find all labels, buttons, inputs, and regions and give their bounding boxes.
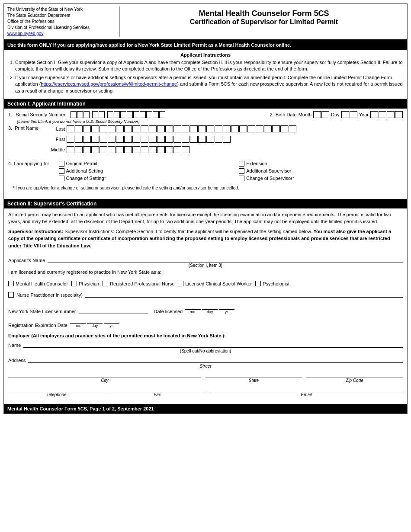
ssn-section: 1. Social Security Number (8, 111, 261, 124)
year-box-3[interactable] (387, 111, 395, 118)
form-title-sub: Certification of Supervisor for Limited … (124, 18, 404, 26)
ssn-box-9[interactable] (127, 111, 133, 118)
checkbox-lcsw: Licensed Clinical Social Worker (178, 281, 252, 286)
zip-input[interactable] (306, 371, 403, 378)
year-box-1[interactable] (370, 111, 378, 118)
ssn-input-boxes (71, 111, 165, 118)
year-label: Year (359, 112, 369, 117)
applicant-name-group: Applicant's Name (Section I, item 3) I a… (4, 254, 407, 278)
checkbox-original-permit-box[interactable] (59, 161, 64, 167)
checkbox-nurse-box[interactable] (8, 292, 14, 298)
state-input[interactable] (206, 371, 302, 378)
section1-header: Section I: Applicant Information (4, 99, 407, 109)
employer-address-input[interactable] (28, 356, 403, 363)
reg-day-input[interactable] (87, 317, 103, 324)
reg-exp-label: Registration Expiration Date (8, 323, 67, 328)
first-label: First (41, 137, 65, 142)
telephone-input[interactable] (8, 385, 105, 392)
checkbox-change-supervisor-box[interactable] (239, 176, 244, 181)
year-box-4[interactable] (395, 111, 403, 118)
year-box-2[interactable] (379, 111, 386, 118)
nurse-specialty-line[interactable] (85, 291, 403, 298)
applying-note: *If you are applying for a change of set… (8, 184, 403, 192)
applying-left-col: Original Permit Additional Setting Chang… (59, 161, 223, 181)
nurse-practitioner-row: Nurse Practitioner in (specialty) (4, 289, 407, 301)
ssn-label: Social Security Number (16, 112, 65, 117)
zip-label: Zip Code (306, 378, 403, 383)
instructions-section: Applicant Instructions Complete Section … (4, 50, 407, 99)
employer-name-input[interactable] (23, 341, 403, 348)
checkbox-psychologist-box[interactable] (255, 281, 261, 286)
org-line1: The University of the State of New York (7, 6, 115, 13)
ssn-box-12[interactable] (146, 111, 152, 118)
license-number-input[interactable] (79, 307, 148, 314)
ssn-box-6[interactable] (107, 111, 113, 118)
checkbox-lcsw-box[interactable] (178, 281, 183, 286)
ssn-box-2[interactable] (77, 111, 83, 118)
section-ref: (Section I, item 3) (8, 263, 403, 268)
ssn-box-4[interactable] (92, 111, 98, 118)
ssn-note: (Leave this blank if you do not have a U… (17, 119, 261, 124)
city-input[interactable] (8, 371, 201, 378)
header-title: Mental Health Counselor Form 5CS Certifi… (120, 6, 404, 37)
last-label: Last (41, 126, 65, 131)
last-name-boxes (67, 125, 296, 132)
checkbox-change-setting-box[interactable] (59, 176, 64, 181)
ssn-box-3[interactable] (83, 111, 90, 118)
date-mo-label: mo. (190, 310, 196, 314)
birth-date-section: 2. Birth Date Month Day Year (270, 111, 403, 118)
checkbox-additional-setting-box[interactable] (59, 168, 64, 174)
ssn-box-10[interactable] (133, 111, 139, 118)
reg-yr-input[interactable] (104, 317, 119, 324)
month-box-1[interactable] (313, 111, 321, 118)
checkbox-rpn-box[interactable] (103, 281, 108, 286)
date-licensed-day-input[interactable] (202, 303, 218, 310)
month-box-2[interactable] (321, 111, 329, 118)
footer-bar: Mental Health Counselor Form 5CS, Page 1… (4, 404, 407, 413)
ssn-box-8[interactable] (120, 111, 126, 118)
checkbox-extension: Extension (239, 161, 403, 167)
checkbox-additional-supervisor-box[interactable] (239, 168, 244, 174)
applying-label: I am applying for (14, 161, 49, 166)
ssn-box-1[interactable] (71, 111, 77, 118)
date-licensed-yr-input[interactable] (219, 303, 234, 310)
email-input[interactable] (210, 385, 403, 392)
nurse-row: Nurse Practitioner in (specialty) (8, 291, 403, 298)
checkbox-extension-box[interactable] (239, 161, 244, 167)
checkbox-physician-box[interactable] (71, 281, 77, 286)
ssn-box-13[interactable] (153, 111, 159, 118)
ssn-box-5[interactable] (99, 111, 105, 118)
day-label: Day (331, 112, 340, 117)
profession-checkboxes-row: Mental Health Counselor Physician Regist… (4, 278, 407, 289)
first-name-boxes (67, 136, 231, 143)
employer-address-label: Address (8, 358, 26, 363)
print-name-label: Print Name (15, 125, 39, 131)
checkbox-mhc: Mental Health Counselor (8, 281, 68, 286)
city-field: City (8, 371, 201, 383)
day-box-1[interactable] (341, 111, 349, 118)
instruction-item-2: If you change supervisors or have additi… (15, 74, 403, 94)
profession-checkboxes: Mental Health Counselor Physician Regist… (8, 279, 403, 288)
reg-mo-input[interactable] (70, 317, 86, 324)
date-licensed-mo-input[interactable] (185, 303, 201, 310)
ssn-box-14[interactable] (159, 111, 165, 118)
ssn-box-11[interactable] (140, 111, 146, 118)
checkbox-mhc-box[interactable] (8, 281, 14, 286)
birth-date-label: Birth Date (276, 112, 297, 117)
name-section: 3. Print Name Last First Middle (4, 124, 407, 158)
ssn-box-7[interactable] (114, 111, 120, 118)
page-container: The University of the State of New York … (3, 3, 408, 414)
last-name-row: Last (41, 125, 403, 132)
city-label: City (8, 378, 201, 383)
org-url[interactable]: www.op.nysed.gov (7, 31, 43, 36)
telephone-field: Telephone (8, 385, 105, 397)
checkbox-psychologist: Psychologist (255, 281, 289, 286)
middle-name-boxes (67, 146, 189, 153)
zip-field: Zip Code (306, 371, 403, 383)
limited-permit-change-link[interactable]: https://eservices.nysed.gov/professions/… (41, 81, 177, 87)
fax-input[interactable] (109, 385, 206, 392)
section2-text: A limited permit may be issued to an app… (4, 208, 407, 255)
day-box-2[interactable] (350, 111, 357, 118)
section2-header: Section II: Supervisor's Certification (4, 199, 407, 208)
notice-text: Use this form ONLY if you are applying/h… (7, 42, 291, 48)
